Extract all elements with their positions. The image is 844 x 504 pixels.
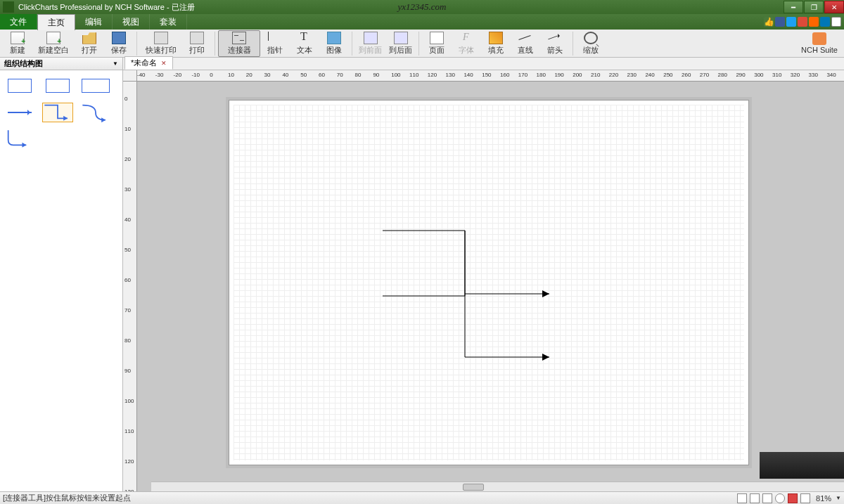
- document-tabs: *未命名 ✕: [123, 58, 844, 70]
- shape-straight-arrow[interactable]: [4, 103, 35, 122]
- shapes-panel-header[interactable]: 组织结构图 ▼: [0, 58, 122, 70]
- nch-icon: [812, 32, 826, 45]
- new-button[interactable]: 新建: [3, 30, 32, 57]
- font-button[interactable]: 字体: [452, 30, 481, 57]
- chevron-down-icon: ▼: [113, 60, 118, 67]
- document-tab-name: *未命名: [131, 58, 157, 68]
- social-icons: 👍: [764, 14, 844, 30]
- pointer-button[interactable]: 指针: [260, 30, 290, 57]
- doc-blank-icon: [46, 32, 60, 44]
- arrow-icon: [548, 32, 562, 44]
- image-icon: [327, 32, 341, 44]
- tab-edit[interactable]: 编辑: [75, 14, 113, 30]
- magnifier-icon: [584, 32, 598, 44]
- document-tab[interactable]: *未命名 ✕: [124, 56, 173, 70]
- preview-icon[interactable]: [775, 493, 785, 503]
- quick-print-button[interactable]: 快速打印: [140, 30, 182, 57]
- menu-bar: 文件 主页 编辑 视图 套装 👍: [0, 14, 844, 30]
- send-back-icon: [394, 32, 408, 44]
- twitter-icon[interactable]: [786, 17, 796, 27]
- doc-plus-icon: [11, 32, 25, 44]
- zoom-level[interactable]: 81%: [816, 494, 831, 503]
- floppy-icon: [112, 32, 126, 44]
- thumbsup-icon[interactable]: 👍: [764, 17, 774, 27]
- tab-home[interactable]: 主页: [37, 14, 75, 30]
- printer-icon: [190, 32, 204, 44]
- bring-front-icon: [364, 32, 378, 44]
- snap-icon[interactable]: [750, 493, 760, 503]
- watermark: yx12345.com: [398, 1, 447, 13]
- new-blank-button[interactable]: 新建空白: [32, 30, 75, 57]
- shape-rect-2[interactable]: [42, 76, 73, 96]
- connector-icon: [232, 32, 246, 44]
- record-icon[interactable]: [788, 493, 798, 503]
- layers-icon[interactable]: [800, 493, 810, 503]
- shape-rect-3[interactable]: [80, 76, 111, 96]
- pointer-icon: [268, 32, 282, 44]
- close-tab-icon[interactable]: ✕: [161, 60, 167, 67]
- printer-quick-icon: [154, 32, 168, 44]
- fill-icon: [489, 32, 503, 44]
- linkedin-icon[interactable]: [820, 17, 830, 27]
- shapes-panel: 组织结构图 ▼: [0, 58, 123, 491]
- horizontal-scrollbar[interactable]: [151, 482, 844, 491]
- shape-curve-connector[interactable]: [80, 103, 111, 122]
- shape-elbow-connector[interactable]: [42, 103, 73, 122]
- histogram-overlay: [760, 452, 844, 479]
- close-button[interactable]: ✕: [824, 1, 844, 13]
- text-icon: [298, 32, 312, 44]
- ruler-corner: [123, 70, 137, 82]
- select-mode-icon[interactable]: [737, 493, 747, 503]
- facebook-icon[interactable]: [775, 17, 785, 27]
- save-button[interactable]: 保存: [104, 30, 134, 57]
- text-button[interactable]: 文本: [290, 30, 319, 57]
- app-icon: [3, 1, 14, 13]
- tab-suite[interactable]: 套装: [150, 14, 187, 30]
- drawing-content: [229, 101, 750, 466]
- status-text: [连接器工具]按住鼠标按钮来设置起点: [3, 493, 131, 503]
- connector-button[interactable]: 连接器: [218, 30, 260, 57]
- page-icon: [430, 32, 444, 44]
- tab-view[interactable]: 视图: [113, 14, 150, 30]
- title-bar: ClickCharts Professional by NCH Software…: [0, 0, 844, 14]
- window-title: ClickCharts Professional by NCH Software…: [17, 2, 195, 13]
- nch-suite-button[interactable]: NCH Suite: [798, 30, 841, 57]
- horizontal-ruler: -40-30-20-100102030405060708090100110120…: [137, 70, 844, 82]
- folder-open-icon: [82, 32, 96, 44]
- to-front-button[interactable]: 到前面: [355, 30, 385, 57]
- gplus-icon[interactable]: [798, 17, 807, 27]
- page-button[interactable]: 页面: [422, 30, 452, 57]
- image-button[interactable]: 图像: [319, 30, 349, 57]
- fill-button[interactable]: 填充: [481, 30, 511, 57]
- maximize-button[interactable]: ❐: [804, 1, 824, 13]
- line-icon: [518, 32, 532, 44]
- font-icon: [459, 32, 473, 44]
- grid-toggle-icon[interactable]: [762, 493, 772, 503]
- zoom-button[interactable]: 缩放: [576, 30, 606, 57]
- status-bar: [连接器工具]按住鼠标按钮来设置起点 81% ▼: [0, 491, 844, 504]
- ribbon-toolbar: 新建 新建空白 打开 保存 快速打印 打印 连接器 指针 文本 图像 到前面 到…: [0, 30, 844, 58]
- vertical-ruler: 0102030405060708090100110120130: [123, 82, 137, 491]
- minimize-button[interactable]: ━: [784, 1, 803, 13]
- menu-file[interactable]: 文件: [0, 14, 37, 30]
- canvas-viewport[interactable]: [137, 82, 844, 491]
- mail-icon[interactable]: [831, 17, 841, 27]
- to-back-button[interactable]: 到后面: [385, 30, 416, 57]
- arrow-button[interactable]: 箭头: [540, 30, 570, 57]
- print-button[interactable]: 打印: [182, 30, 212, 57]
- zoom-dropdown-icon[interactable]: ▼: [836, 495, 841, 501]
- rss-icon[interactable]: [809, 17, 819, 27]
- shapes-panel-title: 组织结构图: [4, 58, 43, 69]
- open-button[interactable]: 打开: [75, 30, 104, 57]
- shape-elbow-down[interactable]: [4, 129, 35, 149]
- page[interactable]: [229, 100, 749, 465]
- line-button[interactable]: 直线: [511, 30, 540, 57]
- shape-rect-1[interactable]: [4, 76, 35, 96]
